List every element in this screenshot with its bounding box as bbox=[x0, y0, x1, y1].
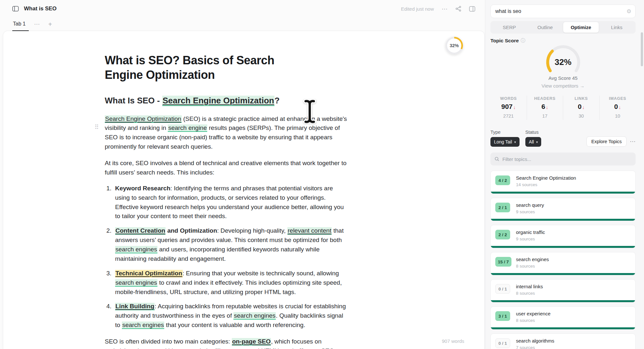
topic-sources: 8 sources bbox=[516, 264, 631, 269]
topic-sources: 8 sources bbox=[516, 291, 631, 296]
doc-numbered-list: Keyword Research: Identifying the terms … bbox=[105, 184, 348, 330]
topics-list: 4 / 2 Search Engine Optimization 14 sour… bbox=[490, 171, 636, 349]
panel-tabbar: SERP Outline Optimize Links bbox=[490, 21, 636, 34]
doc-score-value: 32% bbox=[447, 38, 461, 53]
more-icon[interactable]: ⋯ bbox=[442, 6, 448, 12]
doc-paragraph-2: At its core, SEO involves a blend of tec… bbox=[105, 159, 348, 177]
drag-handle-icon[interactable]: ⠿ bbox=[94, 123, 99, 132]
filter-topics-box[interactable] bbox=[490, 153, 636, 165]
stat-headers: HEADERS 6↓ 17 bbox=[527, 96, 563, 120]
topic-sources: 14 sources bbox=[516, 182, 631, 187]
doc-score-ring: 32% bbox=[445, 37, 463, 54]
status-label: Status bbox=[525, 130, 542, 135]
down-arrow-icon: ↓ bbox=[513, 104, 516, 110]
topic-score-gauge: 32% bbox=[536, 45, 591, 75]
tab-optimize[interactable]: Optimize bbox=[563, 22, 599, 33]
content-stats: WORDS 907↓ 2721 HEADERS 6↓ 17 LINKS 0↓ 3… bbox=[490, 96, 636, 120]
tab-more-icon[interactable]: ⋯ bbox=[34, 21, 40, 28]
topic-progress-bar bbox=[491, 273, 635, 275]
topic-card[interactable]: 2 / 1 search query 9 sources bbox=[490, 198, 636, 221]
down-arrow-icon: ↓ bbox=[582, 104, 585, 110]
settings-gear-icon[interactable]: ⚙ bbox=[627, 8, 631, 15]
topic-card[interactable]: 0 / 1 internal links 8 sources bbox=[490, 279, 636, 302]
topic-sources: 8 sources bbox=[516, 318, 631, 323]
topic-usage-badge: 3 / 1 bbox=[495, 311, 510, 321]
word-count: 907 words bbox=[442, 338, 464, 344]
topic-name: search engines bbox=[516, 257, 631, 262]
topic-card[interactable]: 15 / 7 search engines 8 sources bbox=[490, 252, 636, 275]
type-dropdown[interactable]: Long Tail▾ bbox=[490, 137, 520, 147]
doc-list-item-4: Link Building: Acquiring backlinks from … bbox=[113, 302, 348, 330]
avg-score: Avg Score 45 bbox=[490, 75, 636, 81]
stat-images: IMAGES 0↓ 10 bbox=[599, 96, 636, 120]
chevron-down-icon: ▾ bbox=[514, 140, 516, 144]
topic-card[interactable]: 4 / 2 Search Engine Optimization 14 sour… bbox=[490, 171, 636, 194]
optimize-panel: ⚙ SERP Outline Optimize Links Topic Scor… bbox=[485, 0, 644, 349]
chevron-down-icon: ▾ bbox=[536, 140, 538, 144]
stat-links: LINKS 0↓ 30 bbox=[563, 96, 599, 120]
edited-status: Edited just now bbox=[401, 6, 434, 12]
topic-card[interactable]: 2 / 2 organic traffic 9 sources bbox=[490, 225, 636, 248]
topic-name: search query bbox=[516, 202, 631, 208]
query-input[interactable] bbox=[495, 8, 627, 14]
add-tab-icon[interactable]: + bbox=[48, 21, 52, 28]
tab-links[interactable]: Links bbox=[599, 22, 635, 33]
tab-serp[interactable]: SERP bbox=[491, 22, 527, 33]
panel-toggle-icon[interactable] bbox=[469, 6, 475, 12]
down-arrow-icon: ↓ bbox=[618, 104, 621, 110]
type-label: Type bbox=[490, 130, 520, 135]
search-icon bbox=[494, 156, 499, 162]
topic-usage-badge: 2 / 2 bbox=[495, 230, 510, 239]
topic-sources: 9 sources bbox=[516, 209, 631, 214]
topic-name: internal links bbox=[516, 284, 631, 289]
topic-progress-bar bbox=[491, 192, 635, 194]
topic-usage-badge: 15 / 7 bbox=[495, 257, 511, 267]
query-search-box[interactable]: ⚙ bbox=[490, 5, 636, 18]
topic-name: Search Engine Optimization bbox=[516, 175, 631, 181]
editor-header: What is SEO Edited just now ⋯ bbox=[0, 0, 485, 17]
doc-list-item-3: Technical Optimization: Ensuring that yo… bbox=[113, 269, 348, 297]
topic-card[interactable]: 0 / 1 search algorithms 7 sources bbox=[490, 333, 636, 349]
topic-progress-bar bbox=[491, 219, 635, 221]
doc-list-item-2: Content Creation and Optimization: Devel… bbox=[113, 226, 348, 264]
topic-name: user experience bbox=[516, 311, 631, 316]
doc-list-item-1: Keyword Research: Identifying the terms … bbox=[113, 184, 348, 221]
topic-card[interactable]: 3 / 1 user experience 8 sources bbox=[490, 306, 636, 330]
filter-topics-input[interactable] bbox=[502, 156, 632, 162]
topic-usage-badge: 4 / 2 bbox=[495, 175, 510, 185]
topic-score-header: Topic Score ⓘ bbox=[490, 38, 636, 44]
topic-sources: 7 sources bbox=[516, 345, 631, 349]
text-cursor-icon bbox=[302, 100, 317, 123]
topic-usage-badge: 0 / 1 bbox=[495, 284, 510, 294]
document-title: What is SEO bbox=[24, 5, 57, 12]
topic-score-label: Topic Score bbox=[490, 38, 519, 44]
tab-outline[interactable]: Outline bbox=[527, 22, 563, 33]
info-icon[interactable]: ⓘ bbox=[521, 38, 525, 44]
sidebar-toggle-icon[interactable] bbox=[12, 6, 19, 12]
stat-words: WORDS 907↓ 2721 bbox=[490, 96, 527, 120]
document-content[interactable]: What is SEO? Basics of Search Engine Opt… bbox=[105, 53, 348, 349]
header-actions: Edited just now ⋯ bbox=[401, 6, 475, 12]
topic-filters: Type Long Tail▾ Status All▾ Explore Topi… bbox=[490, 130, 636, 147]
topic-progress-bar bbox=[491, 327, 635, 329]
topic-score-value: 32% bbox=[536, 57, 591, 67]
app-window: What is SEO Edited just now ⋯ Tab 1 ⋯ + … bbox=[0, 0, 644, 349]
topic-usage-badge: 0 / 1 bbox=[495, 338, 510, 348]
document-sheet: 32% What is SEO? Basics of Search Engine… bbox=[3, 31, 484, 349]
document-tabbar: Tab 1 ⋯ + bbox=[12, 17, 52, 31]
topic-progress-bar bbox=[491, 246, 635, 248]
share-icon[interactable] bbox=[456, 6, 461, 12]
status-dropdown[interactable]: All▾ bbox=[525, 137, 542, 147]
topic-name: organic traffic bbox=[516, 229, 631, 235]
editor-area: What is SEO Edited just now ⋯ Tab 1 ⋯ + … bbox=[0, 0, 485, 349]
topic-usage-badge: 2 / 1 bbox=[495, 203, 510, 212]
topics-more-icon[interactable]: ⋯ bbox=[630, 138, 636, 147]
view-competitors-link[interactable]: View competitors → bbox=[490, 83, 636, 89]
doc-paragraph-3: SEO is often divided into two main categ… bbox=[105, 337, 348, 349]
topic-name: search algorithms bbox=[516, 338, 631, 344]
scrollbar-thumb[interactable] bbox=[641, 32, 643, 66]
down-arrow-icon: ↓ bbox=[546, 104, 548, 110]
explore-topics-button[interactable]: Explore Topics bbox=[586, 136, 627, 147]
topic-sources: 9 sources bbox=[516, 237, 631, 241]
tab-1[interactable]: Tab 1 bbox=[12, 17, 29, 31]
